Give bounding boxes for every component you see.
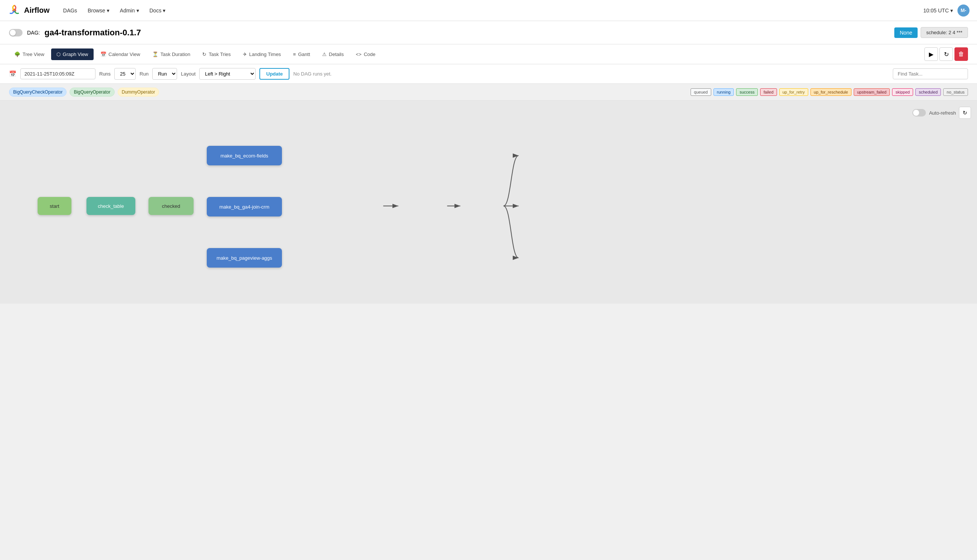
tab-task-tries[interactable]: ↻ Task Tries [197,48,236,60]
dag-name: ga4-transformation-0.1.7 [44,28,141,38]
tab-graph-view[interactable]: ⬡ Graph View [51,48,93,60]
layout-select[interactable]: Left > Right Top > Bottom [199,68,256,80]
tab-actions: ▶ ↻ 🗑 [924,47,968,61]
date-input[interactable] [20,68,95,79]
calendar-icon: 📅 [9,70,17,77]
page-header: DAG: ga4-transformation-0.1.7 None sched… [0,21,977,44]
no-runs-text: No DAG runs yet. [293,71,332,77]
status-running: running [714,88,734,96]
node-start-label: start [50,203,59,209]
node-checked-label: checked [162,203,180,209]
duration-icon: ⏳ [152,52,158,57]
none-button[interactable]: None [894,27,917,38]
runs-label: Runs [99,71,110,77]
node-check-table-label: check_table [98,203,124,209]
status-failed: failed [760,88,777,96]
node-check-table[interactable]: check_table [87,197,135,215]
landing-icon: ✈ [243,52,247,57]
nav-browse[interactable]: Browse ▾ [83,5,114,16]
find-task-input[interactable] [893,68,968,79]
run-label: Run [140,71,148,77]
layout-label: Layout [181,71,195,77]
operators-bar: BigQueryCheckOperator BigQueryOperator D… [0,84,977,101]
op-dummy[interactable]: DummyOperator [118,88,159,97]
node-bq-ga4-join-crm-label: make_bq_ga4-join-crm [220,204,270,210]
gantt-icon: ≡ [293,52,296,57]
nav-links: DAGs Browse ▾ Admin ▾ Docs ▾ [58,5,924,16]
tries-icon: ↻ [202,52,207,57]
node-start[interactable]: start [38,197,72,215]
status-up-for-reschedule: up_for_reschedule [810,88,852,96]
graph-refresh-button[interactable]: ↻ [959,107,971,119]
status-scheduled: scheduled [915,88,941,96]
tab-tree-view[interactable]: 🌳 Tree View [9,48,50,60]
auto-refresh-toggle[interactable] [912,109,926,117]
node-bq-ga4-join-crm[interactable]: make_bq_ga4-join-crm [207,197,282,217]
runs-select[interactable]: 25 [114,68,136,80]
tab-landing-times[interactable]: ✈ Landing Times [238,48,287,60]
controls-bar: 📅 Runs 25 Run Run Layout Left > Right To… [0,64,977,84]
status-upstream-failed: upstream_failed [854,88,890,96]
auto-refresh-bar: Auto-refresh ↻ [912,107,971,119]
auto-refresh-label: Auto-refresh [929,110,956,116]
play-button[interactable]: ▶ [924,47,938,61]
nav-admin[interactable]: Admin ▾ [115,5,143,16]
graph-area: Auto-refresh ↻ start chec [0,101,977,304]
node-checked[interactable]: checked [148,197,193,215]
status-skipped: skipped [892,88,913,96]
nav-dags[interactable]: DAGs [58,5,82,16]
header-actions: None schedule: 2 4 *** [894,27,968,38]
navbar: Airflow DAGs Browse ▾ Admin ▾ Docs ▾ 10:… [0,0,977,21]
refresh-button[interactable]: ↻ [939,47,953,61]
graph-icon: ⬡ [57,52,60,57]
node-bq-pageview-aggs[interactable]: make_bq_pageview-aggs [207,248,282,268]
brand[interactable]: Airflow [8,4,50,17]
node-bq-ecom-fields[interactable]: make_bq_ecom-fields [207,146,282,165]
tab-code[interactable]: <> Code [351,48,381,60]
tree-icon: 🌳 [14,52,20,57]
nav-right: 10:05 UTC ▾ M- [923,5,969,17]
calendar-icon: 📅 [100,52,107,57]
status-no-status: no_status [943,88,968,96]
time-dropdown-icon: ▾ [950,8,953,13]
brand-text: Airflow [24,6,50,15]
code-icon: <> [356,52,362,57]
nav-docs[interactable]: Docs ▾ [145,5,170,16]
dag-toggle[interactable] [9,29,23,37]
node-bq-ecom-fields-label: make_bq_ecom-fields [220,153,268,158]
update-button[interactable]: Update [259,68,290,80]
view-tabs-bar: 🌳 Tree View ⬡ Graph View 📅 Calendar View… [0,44,977,64]
schedule-badge: schedule: 2 4 *** [920,27,968,38]
run-select[interactable]: Run [152,68,177,80]
op-bq-op[interactable]: BigQueryOperator [70,88,114,97]
status-legend: queued running success failed up_for_ret… [690,88,968,96]
delete-button[interactable]: 🗑 [954,47,968,61]
dag-title: DAG: ga4-transformation-0.1.7 [9,28,141,38]
details-icon: ⚠ [322,52,327,57]
airflow-logo-icon [8,4,21,17]
op-bq-check[interactable]: BigQueryCheckOperator [9,88,67,97]
status-up-for-retry: up_for_retry [779,88,808,96]
status-queued: queued [690,88,711,96]
time-display[interactable]: 10:05 UTC ▾ [923,8,953,13]
tab-task-duration[interactable]: ⏳ Task Duration [147,48,195,60]
dag-canvas: start check_table checked make_bq_ecom-f… [8,123,969,296]
time-text: 10:05 UTC [923,8,949,13]
tab-details[interactable]: ⚠ Details [317,48,349,60]
user-avatar[interactable]: M- [957,5,969,17]
tab-calendar-view[interactable]: 📅 Calendar View [95,48,145,60]
node-bq-pageview-aggs-label: make_bq_pageview-aggs [217,255,272,261]
tab-gantt[interactable]: ≡ Gantt [288,48,315,60]
dag-prefix: DAG: [27,30,40,36]
status-success: success [736,88,758,96]
